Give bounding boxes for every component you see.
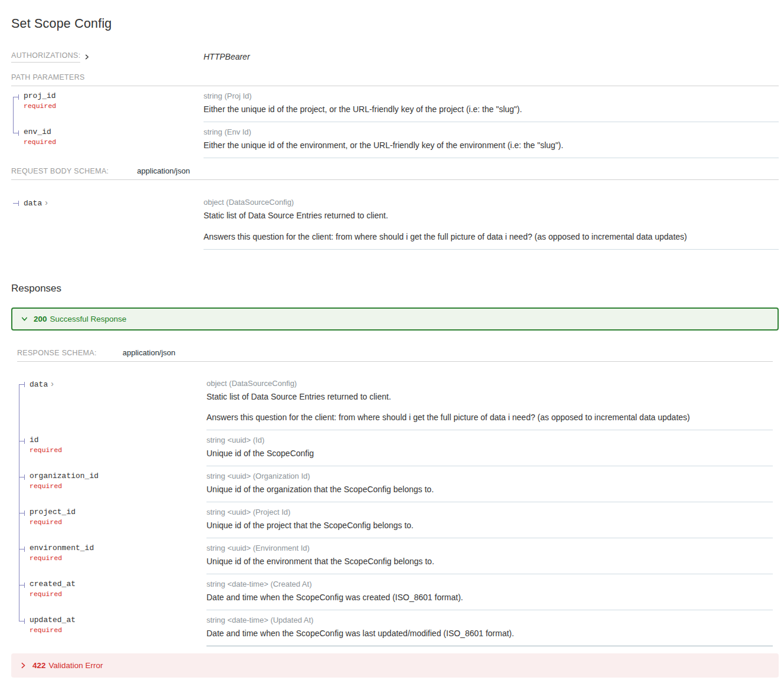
field-description: Static list of Data Source Entries retur…	[204, 210, 779, 221]
field-description: Date and time when the ScopeConfig was l…	[206, 628, 773, 639]
resp-row-project-id: project_id required string <uuid> (Proje…	[17, 502, 773, 538]
response-content-type: application/json	[123, 348, 176, 357]
chevron-down-icon	[21, 315, 28, 323]
tree-connector	[19, 441, 25, 441]
field-name: organization_id	[29, 472, 201, 480]
field-type: string <uuid> (Environment Id)	[206, 544, 773, 552]
required-badge: required	[29, 518, 201, 526]
tree-connector	[19, 477, 25, 477]
response-schema-header: RESPONSE SCHEMA: application/json	[17, 348, 773, 362]
response-label: Validation Error	[49, 661, 103, 670]
tree-connector	[19, 621, 25, 621]
param-row-proj-id: proj_id required string (Proj Id) Either…	[11, 86, 779, 122]
response-code: 422	[32, 661, 46, 670]
authorizations-row: AUTHORIZATIONS: HTTPBearer	[11, 51, 779, 63]
field-description: Answers this question for the client: fr…	[206, 412, 773, 423]
chevron-right-icon	[19, 662, 27, 669]
body-row-data: data› object (DataSourceConfig) Static l…	[11, 192, 779, 250]
resp-row-data: data› object (DataSourceConfig) Static l…	[17, 374, 773, 431]
response-422-panel[interactable]: 422 Validation Error	[11, 653, 779, 678]
tree-connector	[13, 133, 19, 133]
path-parameters-label: PATH PARAMETERS	[11, 73, 85, 81]
field-type: string <date-time> (Created At)	[206, 580, 773, 588]
field-name-expandable[interactable]: data›	[29, 379, 201, 389]
param-row-env-id: env_id required string (Env Id) Either t…	[11, 122, 779, 158]
expand-caret-icon[interactable]: ›	[45, 198, 48, 207]
resp-row-environment-id: environment_id required string <uuid> (E…	[17, 538, 773, 574]
tree-connector	[19, 585, 25, 585]
auth-scheme-value: HTTPBearer	[204, 51, 250, 61]
field-description: Date and time when the ScopeConfig was c…	[206, 592, 773, 603]
required-badge: required	[29, 590, 201, 598]
field-type: string (Env Id)	[204, 127, 779, 136]
field-type: string <uuid> (Project Id)	[206, 508, 773, 516]
required-badge: required	[24, 102, 198, 110]
response-schema-table: data› object (DataSourceConfig) Static l…	[17, 374, 773, 646]
field-type: string <uuid> (Organization Id)	[206, 472, 773, 480]
field-type: string <date-time> (Updated At)	[206, 616, 773, 624]
resp-row-created-at: created_at required string <date-time> (…	[17, 574, 773, 610]
field-description: Either the unique id of the environment,…	[204, 140, 779, 151]
field-type: object (DataSourceConfig)	[204, 198, 779, 207]
response-code: 200	[34, 315, 47, 323]
response-200-detail: RESPONSE SCHEMA: application/json data› …	[17, 348, 773, 646]
field-type: string <uuid> (Id)	[206, 436, 773, 444]
required-badge: required	[24, 138, 198, 146]
api-doc-page: Set Scope Config AUTHORIZATIONS: HTTPBea…	[0, 0, 784, 687]
field-description: Answers this question for the client: fr…	[204, 231, 779, 243]
page-title: Set Scope Config	[11, 17, 779, 31]
chevron-right-icon[interactable]	[84, 54, 90, 60]
field-description: Unique id of the ScopeConfig	[206, 448, 773, 459]
tree-connector	[13, 203, 19, 204]
field-name: env_id	[24, 127, 198, 136]
field-description: Static list of Data Source Entries retur…	[206, 391, 773, 403]
response-200-panel[interactable]: 200 Successful Response	[11, 307, 779, 331]
field-description: Unique id of the project that the ScopeC…	[206, 520, 773, 531]
tree-connector	[19, 549, 25, 549]
request-body-schema-label: REQUEST BODY SCHEMA:	[11, 167, 109, 175]
path-parameters-header: PATH PARAMETERS	[11, 73, 779, 86]
field-name: created_at	[29, 580, 201, 588]
request-content-type: application/json	[137, 166, 190, 175]
path-parameters-table: proj_id required string (Proj Id) Either…	[11, 86, 779, 158]
field-name-expandable[interactable]: data›	[24, 198, 198, 208]
required-badge: required	[29, 626, 201, 634]
field-type: string (Proj Id)	[204, 91, 779, 100]
responses-heading: Responses	[11, 283, 779, 295]
field-description: Either the unique id of the project, or …	[204, 104, 779, 115]
request-body-schema-header: REQUEST BODY SCHEMA: application/json	[11, 166, 779, 180]
response-schema-label: RESPONSE SCHEMA:	[17, 349, 97, 357]
tree-connector	[13, 97, 19, 97]
resp-row-updated-at: updated_at required string <date-time> (…	[17, 610, 773, 646]
request-body-table: data› object (DataSourceConfig) Static l…	[11, 192, 779, 250]
field-description: Unique id of the environment that the Sc…	[206, 556, 773, 567]
field-name: proj_id	[24, 91, 198, 100]
tree-connector	[19, 513, 25, 513]
field-name: id	[29, 436, 201, 444]
field-description: Unique id of the organization that the S…	[206, 484, 773, 495]
resp-row-id: id required string <uuid> (Id) Unique id…	[17, 430, 773, 466]
required-badge: required	[29, 482, 201, 490]
field-name: project_id	[29, 508, 201, 516]
field-name: updated_at	[29, 616, 201, 624]
required-badge: required	[29, 554, 201, 562]
tree-connector	[19, 384, 25, 385]
expand-caret-icon[interactable]: ›	[51, 379, 54, 388]
field-type: object (DataSourceConfig)	[206, 379, 773, 388]
authorizations-label[interactable]: AUTHORIZATIONS:	[11, 51, 80, 63]
resp-row-organization-id: organization_id required string <uuid> (…	[17, 466, 773, 502]
response-label: Successful Response	[50, 315, 127, 323]
field-name: environment_id	[29, 544, 201, 552]
required-badge: required	[29, 446, 201, 454]
